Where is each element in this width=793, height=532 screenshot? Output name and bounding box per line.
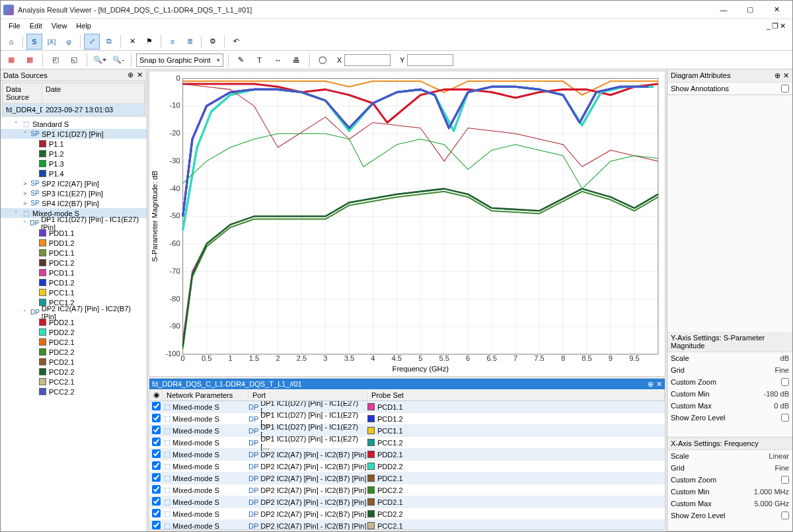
x-custom-zoom-checkbox[interactable]	[781, 476, 789, 484]
chart-area[interactable]: 00.511.522.533.544.555.566.577.588.599.5…	[149, 71, 665, 377]
tree-node[interactable]: >SPSP4 IC2(B7) [Pin]	[1, 198, 147, 208]
zoom-region-button[interactable]: ⤢	[84, 34, 100, 50]
s-mode-button[interactable]: S	[26, 34, 42, 50]
close-icon[interactable]: ✕	[783, 71, 789, 80]
tree-node[interactable]: ˅SPSP1 IC1(D27) [Pin]	[1, 129, 147, 139]
y-custom-zoom-checkbox[interactable]	[781, 378, 789, 386]
xy-mode-button[interactable]: |X|	[44, 34, 59, 50]
settings-button[interactable]: ⚙	[205, 34, 221, 50]
phase-mode-button[interactable]: φ	[61, 34, 77, 50]
tree-node[interactable]: PDC1.1	[1, 248, 147, 258]
home-button[interactable]: ⌂	[3, 34, 19, 50]
table-row[interactable]: ⬚Mixed-mode SDPDP1 IC1(D27) [Pin] - IC1(…	[149, 413, 665, 425]
table-row[interactable]: ⬚Mixed-mode SDPDP2 IC2(A7) [Pin] - IC2(B…	[149, 508, 665, 520]
tree-node[interactable]: P1.4	[1, 169, 147, 178]
table-row[interactable]: ⬚Mixed-mode SDPDP2 IC2(A7) [Pin] - IC2(B…	[149, 484, 665, 496]
row-checkbox[interactable]	[152, 414, 161, 422]
y-cmin-value[interactable]: -180 dB	[763, 390, 789, 398]
row-checkbox[interactable]	[152, 402, 161, 410]
row-checkbox[interactable]	[152, 449, 161, 458]
tree-node[interactable]: PDC2.1	[1, 337, 147, 347]
resize1-button[interactable]: ◰	[48, 52, 63, 68]
table-row[interactable]: ⬚Mixed-mode SDPDP2 IC2(A7) [Pin] - IC2(B…	[149, 461, 665, 473]
tree-node[interactable]: ˅DPDP1 IC1(D27) [Pin] - IC1(E27) [Pin]	[1, 218, 147, 228]
tree-node[interactable]: P1.1	[1, 139, 147, 149]
table-row[interactable]: ⬚Mixed-mode SDPDP1 IC1(D27) [Pin] - IC1(…	[149, 437, 665, 449]
group-button[interactable]: ⧉	[101, 34, 117, 50]
tree-node[interactable]: PCD2.2	[1, 367, 147, 377]
tree-node[interactable]: PCC2.2	[1, 387, 147, 397]
col-date[interactable]: Date	[42, 83, 145, 103]
menu-file[interactable]: File	[5, 20, 24, 31]
zoom-in-button[interactable]: 🔍+	[92, 52, 108, 68]
x-grid-value[interactable]: Fine	[775, 464, 789, 472]
tree-node[interactable]: PCC2.1	[1, 377, 147, 387]
undo-button[interactable]: ↶	[228, 34, 244, 50]
tree-node[interactable]: PCD1.1	[1, 268, 147, 278]
close-button[interactable]: ✕	[763, 1, 790, 19]
menu-edit[interactable]: Edit	[26, 20, 46, 31]
text-button[interactable]: T	[252, 52, 268, 68]
y-scale-value[interactable]: dB	[780, 354, 789, 362]
tree-node[interactable]: PDD2.2	[1, 327, 147, 337]
tree-node[interactable]: PDD1.2	[1, 238, 147, 248]
table-row[interactable]: ⬚Mixed-mode SDPDP1 IC1(D27) [Pin] - IC1(…	[149, 401, 665, 413]
tree-node[interactable]: PCD2.1	[1, 357, 147, 367]
grid2-button[interactable]: ▩	[22, 52, 38, 68]
axis-x-button[interactable]: ≣	[182, 34, 198, 50]
pin-icon[interactable]: ⊕	[126, 71, 135, 79]
maximize-button[interactable]: ▢	[737, 1, 763, 19]
tree-node[interactable]: P1.3	[1, 159, 147, 169]
menu-view[interactable]: View	[48, 20, 71, 31]
mdi-minimize-icon[interactable]: _	[767, 22, 771, 30]
table-row[interactable]: ⬚Mixed-mode SDPDP2 IC2(A7) [Pin] - IC2(B…	[149, 496, 665, 508]
table-row[interactable]: ⬚Mixed-mode SDPDP1 IC1(D27) [Pin] - IC1(…	[149, 425, 665, 437]
zoom-out-button[interactable]: 🔍-	[110, 52, 126, 68]
show-annotations-checkbox[interactable]	[781, 85, 789, 93]
col-network-params[interactable]: Network Parameters	[163, 390, 248, 400]
tree-node[interactable]: P1.2	[1, 149, 147, 159]
mdi-close-icon[interactable]: ✕	[780, 22, 786, 30]
tree-node[interactable]: ˅⬚Standard S	[1, 119, 147, 129]
ellipse-button[interactable]: ◯	[315, 52, 330, 68]
col-data-source[interactable]: Data Source	[3, 83, 42, 103]
grid-close-icon[interactable]: ✕	[656, 380, 662, 389]
x-cmax-value[interactable]: 5.000 GHz	[754, 500, 789, 508]
row-checkbox[interactable]	[152, 473, 161, 482]
tree-node[interactable]: ˅DPDP2 IC2(A7) [Pin] - IC2(B7) [Pin]	[1, 307, 147, 317]
row-checkbox[interactable]	[152, 485, 161, 494]
x-input[interactable]	[344, 54, 391, 66]
tree-node[interactable]: >SPSP2 IC2(A7) [Pin]	[1, 178, 147, 188]
data-source-row[interactable]: fd_DDR4_DQ… 2023-09-27 13:01:03	[3, 104, 145, 116]
y-grid-value[interactable]: Fine	[775, 366, 789, 374]
ruler-button[interactable]: ↔	[270, 52, 286, 68]
panel-close-icon[interactable]: ✕	[135, 71, 144, 79]
row-checkbox[interactable]	[152, 497, 161, 506]
snap-combo[interactable]: Snap to Graphic Point	[136, 54, 223, 67]
x-scale-value[interactable]: Linear	[769, 452, 789, 460]
y-input[interactable]	[407, 54, 453, 66]
menu-help[interactable]: Help	[72, 20, 95, 31]
pencil-button[interactable]: ✎	[233, 52, 249, 68]
grid1-button[interactable]: ▦	[3, 52, 19, 68]
col-eye[interactable]: ◉	[149, 389, 163, 400]
y-zero-level-checkbox[interactable]	[781, 414, 789, 422]
y-cmax-value[interactable]: 0 dB	[774, 402, 789, 410]
col-port[interactable]: Port	[248, 390, 367, 400]
table-row[interactable]: ⬚Mixed-mode SDPDP2 IC2(A7) [Pin] - IC2(B…	[149, 449, 665, 461]
axis-y-button[interactable]: ≡	[165, 34, 180, 50]
table-row[interactable]: ⬚Mixed-mode SDPDP2 IC2(A7) [Pin] - IC2(B…	[149, 473, 665, 484]
mdi-restore-icon[interactable]: ❐	[772, 22, 778, 30]
tree-node[interactable]: PDC1.2	[1, 258, 147, 268]
table-row[interactable]: ⬚Mixed-mode SDPDP2 IC2(A7) [Pin] - IC2(B…	[149, 520, 665, 529]
tree-node[interactable]: >SPSP3 IC1(E27) [Pin]	[1, 188, 147, 198]
print-button[interactable]: 🖶	[289, 52, 305, 68]
x-cmin-value[interactable]: 1.000 MHz	[754, 488, 789, 496]
col-probe-set[interactable]: Probe Set	[367, 390, 665, 400]
tree-node[interactable]: PCD1.2	[1, 278, 147, 287]
pin-icon[interactable]: ⊕	[774, 71, 780, 80]
grid-pin-icon[interactable]: ⊕	[648, 380, 654, 389]
marker-x-button[interactable]: ✕	[124, 34, 140, 50]
tree-node[interactable]: PDC2.2	[1, 347, 147, 357]
row-checkbox[interactable]	[152, 509, 161, 517]
